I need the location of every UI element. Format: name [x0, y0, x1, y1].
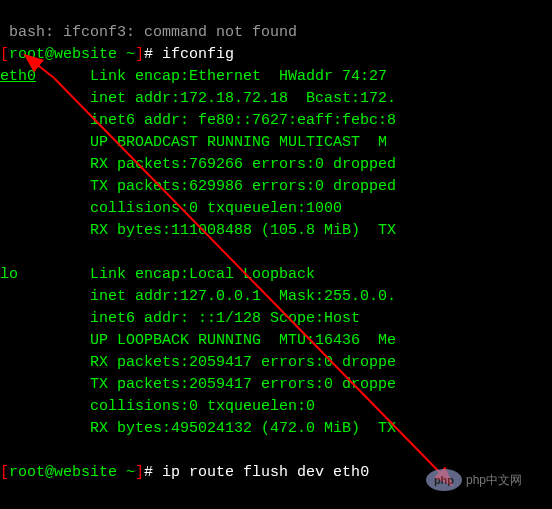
- prompt-tilde: ~: [117, 464, 135, 481]
- iface-eth0: eth0: [0, 68, 36, 85]
- terminal-output: bash: ifconf3: command not found [root@w…: [0, 0, 552, 484]
- command-ifconfig: ifconfig: [162, 46, 234, 63]
- prompt-bracket-close: ]: [135, 464, 144, 481]
- lo-collisions: collisions:0 txqueuelen:0: [90, 398, 315, 415]
- lo-tx-packets: TX packets:2059417 errors:0 droppe: [90, 376, 396, 393]
- eth0-collisions: collisions:0 txqueuelen:1000: [90, 200, 342, 217]
- lo-rx-packets: RX packets:2059417 errors:0 droppe: [90, 354, 396, 371]
- lo-inet6: inet6 addr: ::1/128 Scope:Host: [90, 310, 360, 327]
- lo-link: Link encap:Local Loopback: [90, 266, 315, 283]
- eth0-link: Link encap:Ethernet HWaddr 74:27: [90, 68, 387, 85]
- prompt-hash: #: [144, 464, 162, 481]
- prompt-tilde: ~: [117, 46, 135, 63]
- prompt-bracket-close: ]: [135, 46, 144, 63]
- eth0-inet6: inet6 addr: fe80::7627:eaff:febc:8: [90, 112, 396, 129]
- eth0-rx-bytes: RX bytes:111008488 (105.8 MiB) TX: [90, 222, 396, 239]
- prompt-bracket: [: [0, 464, 9, 481]
- eth0-rx-packets: RX packets:769266 errors:0 dropped: [90, 156, 396, 173]
- watermark: php php中文网: [426, 469, 522, 491]
- eth0-flags: UP BROADCAST RUNNING MULTICAST M: [90, 134, 387, 151]
- lo-flags: UP LOOPBACK RUNNING MTU:16436 Me: [90, 332, 396, 349]
- lo-inet: inet addr:127.0.0.1 Mask:255.0.0.: [90, 288, 396, 305]
- iface-lo: lo: [0, 266, 18, 283]
- prompt-userhost: root@website: [9, 464, 117, 481]
- eth0-inet: inet addr:172.18.72.18 Bcast:172.: [90, 90, 396, 107]
- prompt-bracket: [: [0, 46, 9, 63]
- eth0-tx-packets: TX packets:629986 errors:0 dropped: [90, 178, 396, 195]
- lo-rx-bytes: RX bytes:495024132 (472.0 MiB) TX: [90, 420, 396, 437]
- command-ip-route: ip route flush dev eth0: [162, 464, 369, 481]
- prompt-hash: #: [144, 46, 162, 63]
- prompt-userhost: root@website: [9, 46, 117, 63]
- watermark-text: php中文网: [466, 469, 522, 491]
- php-logo-icon: php: [426, 469, 462, 491]
- prev-output: bash: ifconf3: command not found: [0, 24, 297, 41]
